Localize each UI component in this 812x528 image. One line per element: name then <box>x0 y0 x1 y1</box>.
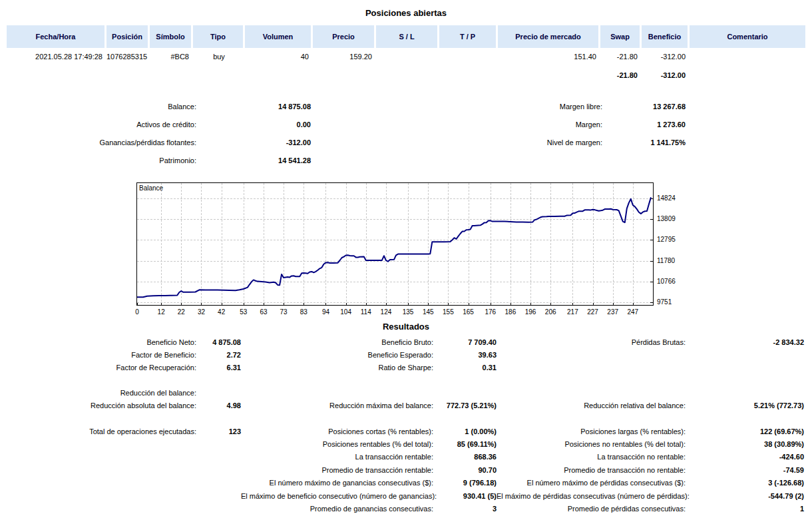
column-header-tipo: Tipo <box>193 25 245 48</box>
x-tick-label: 135 <box>398 308 418 316</box>
result-label: Beneficio Esperado: <box>241 351 433 359</box>
balance-value: 14 875.08 <box>196 103 311 111</box>
results-section: Beneficio Neto: 4 875.08 Beneficio Bruto… <box>0 336 804 515</box>
y-tick-label: 12795 <box>657 236 676 243</box>
column-header-fecha-hora: Fecha/Hora <box>7 25 106 48</box>
result-value: 90.70 <box>433 466 497 474</box>
result-value: 2.72 <box>196 351 241 359</box>
result-label: El número máximo de ganancias consecutiv… <box>241 479 433 487</box>
result-value: 1 <box>686 505 804 513</box>
x-tick-label: 0 <box>127 308 147 316</box>
results-row: Posiciones rentables (% del total): 85 (… <box>0 437 804 450</box>
result-value: -2 834.32 <box>686 338 804 346</box>
result-value: 3 (-126.68) <box>686 479 804 487</box>
result-label: El número máximo de pérdidas consecutiva… <box>497 479 686 487</box>
result-value: -424.60 <box>686 453 804 461</box>
x-tick-label: 155 <box>438 308 458 316</box>
result-label: Pérdidas Brutas: <box>497 338 686 346</box>
result-label: Posiciones no rentables (% del total): <box>497 440 686 448</box>
results-row: El máximo de beneficio consecutivo (núme… <box>0 489 804 502</box>
result-label: Ratio de Sharpe: <box>241 364 433 372</box>
result-value: 85 (69.11%) <box>433 440 497 448</box>
balance-chart-svg <box>137 183 653 305</box>
x-tick-label: 73 <box>274 308 294 316</box>
cell-fecha-hora: 2021.05.28 17:49:28 <box>7 48 106 65</box>
result-label: Posiciones cortas (% rentables): <box>241 427 433 435</box>
total-swap: -21.80 <box>600 65 642 85</box>
result-value: 39.63 <box>433 351 497 359</box>
result-label: Posiciones largas (% rentables): <box>497 427 686 435</box>
results-row: Factor de Recuperación: 6.31 Ratio de Sh… <box>0 362 804 374</box>
chart-title: Balance <box>139 184 163 192</box>
x-tick-label: 32 <box>191 308 211 316</box>
y-tick-label: 11780 <box>657 257 675 264</box>
y-tick-label: 9751 <box>657 298 672 306</box>
result-label: Promedio de transacción rentable: <box>241 466 433 474</box>
cell-beneficio: -312.00 <box>642 48 690 65</box>
y-tick-label: 10766 <box>657 278 676 285</box>
open-positions-table: Fecha/Hora Posición Símbolo Tipo Volumen… <box>7 25 805 85</box>
results-row: El número máximo de ganancias consecutiv… <box>0 477 804 489</box>
x-tick-label: 22 <box>171 308 191 316</box>
x-tick-label: 247 <box>623 308 643 316</box>
x-tick-label: 12 <box>151 308 171 316</box>
result-label: Factor de Beneficio: <box>0 351 196 359</box>
result-label: Reducción relativa del balance: <box>497 401 686 409</box>
position-row: 2021.05.28 17:49:28 1076285315 #BC8 buy … <box>7 48 805 65</box>
margen-value: 1 273.60 <box>602 121 686 129</box>
x-tick-label: 63 <box>254 308 274 316</box>
column-header-posicion: Posición <box>106 25 150 48</box>
x-tick-label: 186 <box>501 308 520 316</box>
nivel-margen-value: 1 141.75% <box>602 138 686 146</box>
result-label: Beneficio Bruto: <box>241 338 433 346</box>
y-tick-label: 14824 <box>657 194 676 202</box>
x-tick-label: 176 <box>481 308 501 316</box>
results-row: Total de operaciones ejecutadas: 123 Pos… <box>0 425 804 437</box>
result-label: Posiciones rentables (% del total): <box>241 440 433 448</box>
margen-libre-label: Margen libre: <box>311 103 602 111</box>
result-value: 4 875.08 <box>196 338 241 346</box>
result-label: Reducción máxima del balance: <box>241 401 433 409</box>
result-label: Promedio de ganancias consecutivas: <box>241 505 433 513</box>
totals-row: -21.80 -312.00 <box>7 65 805 85</box>
cell-precio-mercado: 151.40 <box>498 48 600 65</box>
result-value: -74.59 <box>686 466 804 474</box>
x-tick-label: 206 <box>540 308 560 316</box>
nivel-margen-label: Nivel de margen: <box>311 138 602 146</box>
y-tick-label: 13809 <box>657 215 676 222</box>
results-row: Beneficio Neto: 4 875.08 Beneficio Bruto… <box>0 336 804 348</box>
margen-label: Margen: <box>311 121 602 129</box>
total-beneficio: -312.00 <box>642 65 690 85</box>
results-row: La transacción rentable: 868.36 La trans… <box>0 451 804 463</box>
x-axis-labels: 0122232425363738394104114124135145155165… <box>137 308 654 318</box>
x-tick-label: 124 <box>376 308 396 316</box>
results-row: Factor de Beneficio: 2.72 Beneficio Espe… <box>0 348 804 361</box>
result-label: Factor de Recuperación: <box>0 364 196 372</box>
result-value: 6.31 <box>196 364 241 372</box>
table-header-row: Fecha/Hora Posición Símbolo Tipo Volumen… <box>7 25 805 48</box>
x-tick-label: 165 <box>459 308 479 316</box>
result-value: 122 (69.67%) <box>686 427 804 435</box>
activos-credito-label: Activos de crédito: <box>7 121 196 129</box>
balance-chart: Balance 14824138091279511780107669751 01… <box>136 182 812 319</box>
x-tick-label: 104 <box>336 308 356 316</box>
result-label: Promedio de pérdidas consecutivas: <box>497 505 686 513</box>
x-tick-label: 217 <box>562 308 582 316</box>
cell-comentario <box>690 48 805 65</box>
result-value: 9 (796.18) <box>433 479 497 487</box>
column-header-beneficio: Beneficio <box>642 25 690 48</box>
cell-precio: 159.20 <box>313 48 376 65</box>
result-label: La transacción rentable: <box>241 453 433 461</box>
result-value: 7 709.40 <box>433 338 497 346</box>
result-label: Promedio de transacción no rentable: <box>497 466 686 474</box>
balance-label: Balance: <box>7 103 196 111</box>
column-header-comentario: Comentario <box>690 25 805 48</box>
column-header-swap: Swap <box>600 25 642 48</box>
result-value: 5.21% (772.73) <box>686 401 804 409</box>
x-tick-label: 237 <box>603 308 623 316</box>
x-tick-label: 227 <box>583 308 603 316</box>
x-tick-label: 114 <box>356 308 376 316</box>
result-value: 123 <box>196 427 241 435</box>
column-header-precio: Precio <box>313 25 376 48</box>
result-value: 1 (0.00%) <box>433 427 497 435</box>
